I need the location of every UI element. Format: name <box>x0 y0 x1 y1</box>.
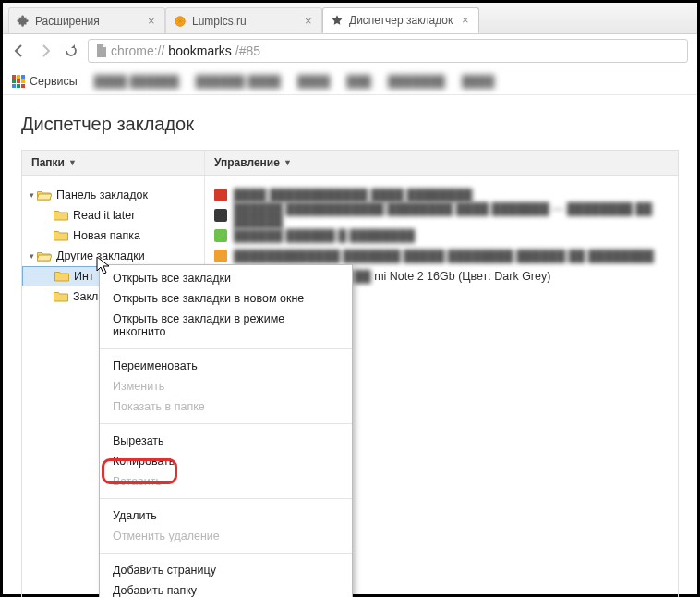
folders-dropdown[interactable]: Папки ▼ <box>22 151 205 175</box>
orange-circle-icon <box>174 15 187 28</box>
list-item[interactable]: █████████████ ███████ █████ ████████ ███… <box>214 246 669 266</box>
bookmarks-bar: Сервисы ████ ██████ ██████ ████ ████ ███… <box>3 67 697 95</box>
puzzle-icon <box>17 15 30 28</box>
separator <box>100 553 352 554</box>
tab-lumpics[interactable]: Lumpics.ru × <box>165 7 322 33</box>
separator <box>100 423 352 424</box>
bookmark-link-blurred[interactable]: ████ <box>297 75 330 88</box>
forward-button[interactable] <box>38 43 53 58</box>
apps-icon <box>12 75 25 88</box>
tree-label: Другие закладки <box>56 250 145 262</box>
page-title: Диспетчер закладок <box>21 114 679 135</box>
favicon <box>214 209 227 222</box>
ctx-open-all-incognito[interactable]: Открыть все закладки в режиме инкогнито <box>100 309 352 342</box>
tree-folder[interactable]: ▾ Панель закладок <box>22 185 204 205</box>
favicon <box>214 250 227 262</box>
context-menu: Открыть все закладки Открыть все закладк… <box>99 264 353 597</box>
favicon <box>214 189 227 201</box>
ctx-delete[interactable]: Удалить <box>100 506 352 526</box>
nav-buttons <box>12 43 78 58</box>
manager-toolbar: Папки ▼ Управление ▼ <box>21 150 679 176</box>
tab-title: Диспетчер закладок <box>349 14 458 27</box>
folder-icon <box>54 210 68 221</box>
bookmark-link-blurred[interactable]: ███ <box>346 75 371 88</box>
manage-dropdown[interactable]: Управление ▼ <box>205 156 292 169</box>
caret-down-icon[interactable]: ▾ <box>26 190 37 200</box>
bookmark-link-blurred[interactable]: ████ <box>462 75 494 88</box>
tree-folder[interactable]: Read it later <box>22 205 204 225</box>
reload-button[interactable] <box>64 43 78 58</box>
ctx-rename[interactable]: Переименовать <box>100 356 352 376</box>
tree-folder[interactable]: Новая папка <box>22 225 204 246</box>
url-path: /#85 <box>235 43 260 58</box>
apps-button[interactable]: Сервисы <box>12 75 78 88</box>
ctx-open-all[interactable]: Открыть все закладки <box>100 268 352 288</box>
chevron-down-icon: ▼ <box>284 158 292 167</box>
ctx-edit: Изменить <box>100 376 352 396</box>
folder-icon <box>54 271 69 282</box>
bookmark-title-blurred: █████████████ ███████ █████ ████████ ███… <box>234 250 654 262</box>
tree-label: Новая папка <box>73 229 140 242</box>
close-icon[interactable]: × <box>462 16 471 25</box>
caret-down-icon[interactable]: ▾ <box>26 251 37 261</box>
tree-label: Панель закладок <box>56 189 148 201</box>
ctx-copy[interactable]: Копировать <box>100 451 352 471</box>
svg-rect-11 <box>12 84 16 88</box>
url-host: bookmarks <box>168 43 231 58</box>
tree-folder[interactable]: ▾ Другие закладки <box>22 246 204 266</box>
folder-icon <box>54 291 68 302</box>
bookmark-title-blurred: ████ ████████████ ████ ████████ <box>234 189 472 201</box>
ctx-add-page[interactable]: Добавить страницу <box>100 560 352 580</box>
tab-title: Расширения <box>35 15 144 28</box>
ctx-undo-delete: Отменить удаление <box>100 526 352 546</box>
svg-rect-8 <box>12 79 16 83</box>
favicon <box>214 229 227 242</box>
bookmark-title-blurred: ██████ ████████████ ████████ ████ ██████… <box>234 202 669 228</box>
bookmark-link-blurred[interactable]: ████ ██████ <box>94 75 179 88</box>
svg-rect-7 <box>21 75 25 79</box>
tab-extensions[interactable]: Расширения × <box>8 7 165 33</box>
ctx-paste: Вставить <box>100 471 352 492</box>
browser-window: Расширения × Lumpics.ru × Диспетчер закл… <box>3 3 697 594</box>
bookmark-link-blurred[interactable]: ██████ ████ <box>196 75 281 88</box>
svg-rect-5 <box>12 75 16 79</box>
page-icon <box>96 44 107 57</box>
svg-rect-13 <box>21 84 25 88</box>
list-item[interactable]: ██████ ██████ █ ████████ <box>214 225 669 246</box>
tab-title: Lumpics.ru <box>192 15 301 28</box>
bookmark-link-blurred[interactable]: ███████ <box>388 75 445 88</box>
separator <box>100 498 352 499</box>
svg-rect-9 <box>17 79 20 83</box>
ctx-add-folder[interactable]: Добавить папку <box>100 580 352 597</box>
folder-icon <box>54 230 68 241</box>
apps-label: Сервисы <box>30 75 78 88</box>
tree-label: Инт <box>74 270 94 283</box>
bookmark-title-blurred: ██████ ██████ █ ████████ <box>234 229 415 242</box>
folder-open-icon <box>37 189 52 201</box>
star-icon <box>331 14 344 27</box>
svg-rect-10 <box>21 79 25 83</box>
list-item[interactable]: ██████ ████████████ ████████ ████ ██████… <box>214 205 669 225</box>
address-bar[interactable]: chrome://bookmarks/#85 <box>88 39 688 63</box>
toolbar: chrome://bookmarks/#85 <box>3 34 697 67</box>
url-scheme: chrome:// <box>111 43 164 58</box>
svg-rect-12 <box>17 84 20 88</box>
tab-bar: Расширения × Lumpics.ru × Диспетчер закл… <box>3 3 697 34</box>
tab-bookmarks-active[interactable]: Диспетчер закладок × <box>322 7 479 33</box>
back-button[interactable] <box>12 43 27 58</box>
ctx-show-in-folder: Показать в папке <box>100 396 352 417</box>
folder-open-icon <box>37 250 52 262</box>
bookmark-title-tail: mi Note 2 16Gb (Цвет: Dark Grey) <box>374 270 550 283</box>
ctx-cut[interactable]: Вырезать <box>100 431 352 451</box>
chevron-down-icon: ▼ <box>68 158 77 167</box>
close-icon[interactable]: × <box>148 17 157 26</box>
close-icon[interactable]: × <box>305 17 314 26</box>
svg-rect-6 <box>17 75 20 79</box>
ctx-open-all-new-window[interactable]: Открыть все закладки в новом окне <box>100 288 352 309</box>
tree-label: Read it later <box>73 209 135 222</box>
separator <box>100 348 352 349</box>
